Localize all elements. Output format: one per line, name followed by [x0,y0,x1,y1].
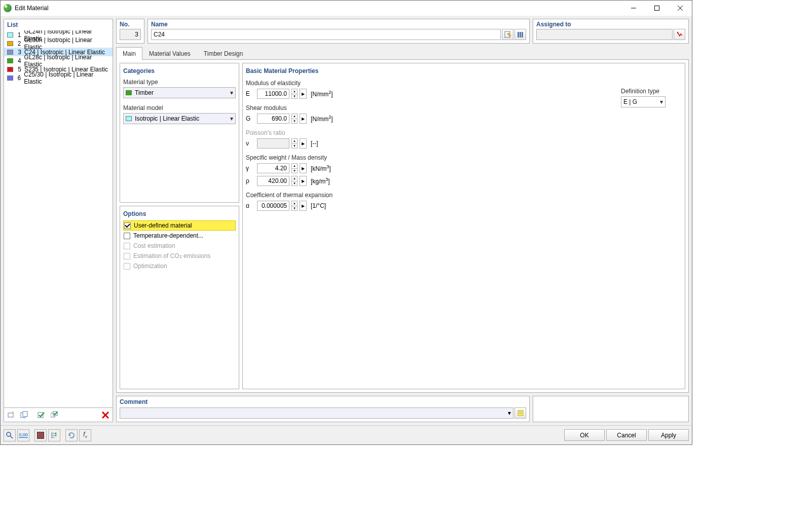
svg-rect-4 [8,413,13,417]
no-label: No. [120,21,141,29]
check-button[interactable] [35,409,48,421]
prop-rho-input[interactable] [257,176,289,186]
material-model-value: Isotropic | Linear Elastic [135,115,199,122]
maximize-button[interactable] [645,1,669,16]
list-item-num: 3 [16,49,21,56]
option-co2-emissions: Estimation of CO₂ emissions [123,251,236,261]
pick-assigned-button[interactable] [674,29,685,40]
assigned-to-label: Assigned to [536,21,685,29]
material-type-value: Timber [135,89,154,96]
close-button[interactable] [669,1,692,16]
option-optimization: Optimization [123,261,236,271]
weight-label: Specific weight / Mass density [246,154,682,161]
play-icon[interactable]: ▶ [300,201,307,211]
svg-point-22 [7,432,11,436]
shear-label: Shear modulus [246,104,682,111]
material-list[interactable]: 1GL24h | Isotropic | Linear Elastic2GL30… [4,30,113,407]
prop-E-input[interactable] [257,89,289,99]
tree-button[interactable] [48,429,60,441]
comment-header: Comment [120,398,526,407]
checkbox-icon[interactable] [124,233,130,239]
prop-alpha-input[interactable] [257,201,289,211]
poisson-label: Poisson's ratio [246,129,682,136]
spinner[interactable]: ▲▼ [291,163,298,173]
window-title: Edit Material [15,5,622,12]
thermal-label: Coefficient of thermal expansion [246,192,682,199]
prop-G-input[interactable] [257,114,289,124]
material-type-combo[interactable]: Timber ▾ [123,87,236,98]
material-type-label: Material type [123,79,236,86]
list-item-num: 1 [16,31,21,39]
option-cost-estimation: Cost estimation [123,241,236,251]
list-item-num: 2 [16,40,21,47]
play-icon[interactable]: ▶ [300,89,307,99]
list-item[interactable]: 2GL30h | Isotropic | Linear Elastic [4,39,113,48]
checkbox-icon [124,243,130,249]
help-button[interactable] [4,429,16,441]
spinner[interactable]: ▲▼ [291,114,298,124]
definition-type-combo[interactable]: E | G ▾ [621,96,666,107]
no-box: No. [116,19,144,44]
delete-button[interactable] [99,409,112,421]
svg-rect-16 [520,32,521,38]
spinner[interactable]: ▲▼ [291,89,298,99]
tab-main[interactable]: Main [116,47,142,60]
cancel-button[interactable]: Cancel [606,429,647,441]
edit-name-button[interactable] [502,29,513,40]
library-button[interactable] [514,29,526,40]
options-header: Options [123,209,236,220]
no-input[interactable] [120,29,141,40]
checkbox-icon[interactable] [124,222,131,229]
list-item[interactable]: 4GL28c | Isotropic | Linear Elastic [4,56,113,65]
prop-symbol: ν [246,140,255,147]
copy-item-button[interactable] [18,409,30,421]
tab-material-values[interactable]: Material Values [142,47,197,60]
material-model-combo[interactable]: Isotropic | Linear Elastic ▾ [123,113,236,124]
minimize-button[interactable] [622,1,645,16]
units-button[interactable]: 0,00 [17,429,29,441]
option-label: User-defined material [134,222,192,229]
categories-header: Categories [123,66,236,78]
tab-timber-design[interactable]: Timber Design [197,47,250,60]
svg-marker-14 [507,33,511,36]
play-icon[interactable]: ▶ [300,163,307,173]
update-button[interactable] [65,429,78,441]
new-item-button[interactable] [5,409,17,421]
play-icon: ▶ [300,138,307,148]
list-item[interactable]: 6C25/30 | Isotropic | Linear Elastic [4,73,113,82]
svg-line-23 [10,436,13,438]
list-header: List [4,19,113,30]
chevron-down-icon: ▾ [660,98,663,105]
list-item-num: 6 [16,74,21,82]
prop-unit: [1/°C] [311,202,326,209]
name-input[interactable] [151,29,501,40]
play-icon[interactable]: ▶ [300,114,307,124]
option-user-defined[interactable]: User-defined material [123,220,236,231]
comment-note-button[interactable] [514,407,526,419]
check-all-button[interactable] [49,409,61,421]
prop-nu-input [257,138,289,148]
spinner[interactable]: ▲▼ [291,176,298,186]
name-box: Name [147,19,530,44]
play-icon[interactable]: ▶ [300,176,307,186]
ok-button[interactable]: OK [564,429,605,441]
prop-symbol: G [246,115,255,122]
spinner: ▲▼ [291,138,298,148]
material-type-swatch [126,90,132,95]
prop-unit: [N/mm2] [311,90,333,98]
color-button[interactable] [34,429,47,441]
prop-symbol: α [246,202,255,209]
assigned-to-box: Assigned to [533,19,689,44]
spinner[interactable]: ▲▼ [291,201,298,211]
option-label: Optimization [133,263,167,270]
option-temperature-dependent[interactable]: Temperature-dependent... [123,231,236,241]
fx-button[interactable]: fx [79,429,91,441]
material-model-label: Material model [123,104,236,111]
svg-rect-17 [522,32,523,38]
svg-point-28 [55,432,57,434]
material-model-swatch [126,116,132,121]
comment-combo[interactable]: ▾ [120,407,513,419]
prop-gamma-input[interactable] [257,163,289,173]
apply-button[interactable]: Apply [648,429,689,441]
assigned-to-input[interactable] [536,29,673,40]
